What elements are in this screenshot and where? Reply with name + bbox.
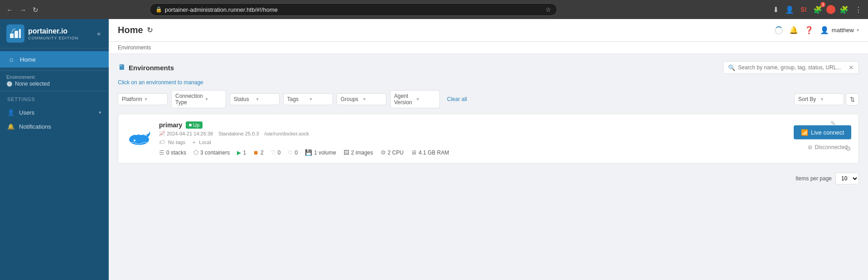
reload-button[interactable]: ↻ [30, 5, 41, 15]
search-input[interactable] [738, 64, 846, 71]
sidebar-collapse-button[interactable]: « [95, 28, 102, 39]
healthy-icon: ♡ [288, 150, 293, 156]
containers-running-stat: ▶ 1 [237, 150, 246, 156]
groups-filter[interactable]: Groups ▼ [337, 93, 386, 105]
env-status-badge: Up [186, 121, 203, 129]
sort-by-label: Sort By [798, 96, 818, 102]
items-per-page-select[interactable]: 10 25 50 [835, 173, 859, 184]
cpu-stat: ⚙ 2 CPU [381, 149, 404, 156]
svg-rect-6 [139, 131, 143, 135]
clock-icon: 🕐 [6, 81, 13, 87]
extensions-icon[interactable]: 🧩 [837, 4, 851, 16]
platform-filter-label: Platform [122, 96, 142, 102]
ram-stat: 🖥 4.1 GB RAM [411, 149, 449, 156]
status-filter[interactable]: Status ▼ [230, 93, 280, 105]
section-title-text: Environments [129, 64, 174, 72]
tags-filter[interactable]: Tags ▼ [283, 93, 333, 105]
section-header: 🖥 Environments 🔍 ✕ [118, 61, 859, 74]
breadcrumb: Environments [109, 42, 868, 54]
env-local-separator: + [193, 140, 195, 145]
user-profile-icon: 👤 [820, 26, 829, 34]
logo-sub: COMMUNITY EDITION [28, 36, 78, 40]
platform-filter[interactable]: Platform ▼ [118, 93, 168, 105]
status-dot [189, 124, 192, 126]
refresh-icon[interactable]: ↻ [147, 26, 153, 34]
sort-by-chevron-icon: ▼ [820, 97, 840, 101]
settings-section-title: Settings [7, 97, 101, 102]
containers-stat: ⬡ 3 containers [193, 149, 230, 156]
sidebar-environment-section: Environment: 🕐 None selected [0, 70, 109, 91]
env-socket-value: /var/run/docker.sock [264, 131, 309, 136]
cpu-icon: ⚙ [381, 149, 386, 156]
tag-icon: 🏷 [159, 139, 164, 145]
profile-icon[interactable]: 👤 [783, 4, 796, 16]
search-box[interactable]: 🔍 ✕ [723, 61, 859, 74]
extension-icon-badge[interactable]: 3🧩 [811, 4, 825, 16]
env-standalone-value: Standalone 25.0.3 [218, 131, 259, 136]
containers-icon: ⬡ [193, 149, 198, 156]
user-menu[interactable]: 👤 matthew ▾ [820, 26, 859, 34]
browser-nav-buttons: ← → ↻ [4, 5, 41, 15]
pagination-row: Items per page 10 25 50 [118, 168, 859, 189]
card-settings-button[interactable]: ⚙ [845, 145, 851, 152]
environment-card[interactable]: primary Up 📈 2024-04-21 14:26:38 [118, 114, 859, 164]
sidebar-item-home[interactable]: ⌂ Home [0, 51, 109, 68]
user-dropdown-icon: ▾ [857, 28, 859, 33]
containers-unhealthy-stat: ♡ 0 [271, 150, 281, 156]
sort-direction-button[interactable]: ⇅ [846, 93, 859, 106]
help-icon[interactable]: ❓ [805, 26, 814, 34]
search-clear-button[interactable]: ✕ [849, 64, 854, 71]
svg-point-3 [129, 134, 149, 145]
bookmark-icon[interactable]: ☆ [545, 6, 551, 13]
sidebar-item-notifications[interactable]: 🔔 Notifications [0, 120, 109, 134]
agent-version-filter[interactable]: Agent Version ▼ [390, 90, 440, 108]
connection-type-filter[interactable]: Connection Type ▼ [171, 90, 226, 108]
status-chevron-icon: ▼ [256, 97, 275, 101]
logo-text: portainer.io COMMUNITY EDITION [28, 27, 78, 40]
containers-unhealthy: 0 [278, 150, 281, 156]
ram-icon: 🖥 [411, 149, 417, 156]
app-layout: portainer.io COMMUNITY EDITION « ⌂ Home … [0, 19, 868, 280]
environments-icon: 🖥 [118, 63, 125, 72]
home-icon: ⌂ [7, 56, 15, 63]
extension-icon-red[interactable]: S! [798, 4, 809, 15]
clear-all-button[interactable]: Clear all [444, 94, 471, 105]
sort-by-select[interactable]: Sort By ▼ [794, 93, 844, 105]
images-count: 2 images [351, 150, 373, 156]
sidebar-item-users[interactable]: 👤 Users ▾ [0, 106, 109, 120]
bell-icon[interactable]: 🔔 [789, 26, 798, 34]
env-stats: ☰ 0 stacks ⬡ 3 containers ▶ 1 [159, 149, 851, 156]
top-bar-right: 🔔 ❓ 👤 matthew ▾ [775, 26, 859, 34]
browser-toolbar-actions: ⬇ 👤 S! 3🧩 🧩 ⋮ [771, 4, 864, 16]
containers-healthy-stat: ♡ 0 [288, 150, 298, 156]
browser-menu-button[interactable]: ⋮ [853, 4, 864, 16]
env-no-tags: No tags [168, 140, 185, 145]
environment-none-selected: None selected [15, 81, 50, 87]
card-edit-button[interactable]: ✎ [830, 120, 836, 127]
download-icon[interactable]: ⬇ [771, 4, 781, 16]
agent-version-filter-label: Agent Version [394, 93, 414, 106]
users-expand-icon: ▾ [99, 110, 101, 116]
address-bar[interactable]: 🔒 portainer-administration.runner.htb/#!… [149, 3, 557, 16]
forward-button[interactable]: → [17, 5, 29, 15]
main-content: Home ↻ 🔔 ❓ 👤 matthew ▾ Environments [109, 19, 868, 280]
ram-size: 4.1 GB RAM [419, 150, 449, 156]
live-connect-button[interactable]: 📶 Live connect [794, 126, 851, 140]
env-status-text: Up [193, 122, 199, 128]
user-avatar[interactable] [826, 5, 835, 14]
disconnected-text: Disconnected [815, 144, 848, 150]
env-card-actions: 📶 Live connect ⊘ Disconnected [794, 126, 851, 152]
cpu-count: 2 CPU [388, 150, 404, 156]
sort-by-container: Sort By ▼ ⇅ [794, 93, 859, 106]
users-icon: 👤 [7, 109, 14, 116]
manage-subtitle[interactable]: Click on an environment to manage [118, 79, 859, 86]
env-standalone: Standalone 25.0.3 [218, 131, 259, 136]
back-button[interactable]: ← [4, 5, 16, 15]
svg-rect-2 [19, 29, 21, 38]
env-card-main: primary Up 📈 2024-04-21 14:26:38 [125, 121, 851, 156]
env-logo [125, 121, 153, 149]
sidebar-settings-group: Settings [0, 91, 109, 106]
activity-icon: 📈 [159, 130, 165, 136]
page-title: Home ↻ [118, 25, 153, 35]
logo-name: portainer.io [28, 27, 78, 35]
